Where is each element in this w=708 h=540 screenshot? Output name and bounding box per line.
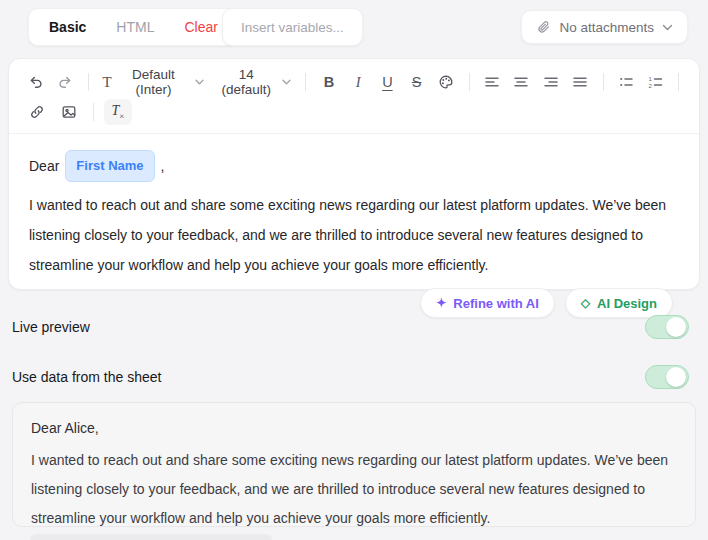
tab-basic[interactable]: Basic [49,19,86,35]
tab-clear[interactable]: Clear [184,19,217,35]
insert-variables-field[interactable]: Insert variables... [222,8,363,46]
align-justify-button[interactable] [567,69,592,95]
toolbar-divider [305,73,306,91]
align-center-icon [513,75,529,89]
bullet-list-icon [618,75,634,89]
undo-icon [28,74,44,90]
chevron-down-icon [195,79,204,85]
align-left-icon [484,75,500,89]
diamond-icon: ◇ [581,296,590,310]
preview-salutation: Dear Alice, [31,417,677,439]
strikethrough-button[interactable]: S [404,69,429,95]
bullet-list-button[interactable] [614,69,639,95]
cutoff-element [30,534,272,540]
toggle-knob [666,317,686,337]
refine-with-ai-label: Refine with AI [453,296,538,311]
font-size-select[interactable]: 14 (default) [212,69,295,95]
attachments-dropdown[interactable]: No attachments [521,10,688,44]
editor-body-text[interactable]: I wanted to reach out and share some exc… [29,190,679,280]
numbered-list-button[interactable]: 12 [643,69,668,95]
toolbar-divider [88,73,89,91]
bold-button[interactable]: B [316,69,341,95]
align-justify-icon [572,75,588,89]
toggle-knob [666,367,686,387]
preview-panel: Dear Alice, I wanted to reach out and sh… [12,402,696,527]
variable-chip-first-name[interactable]: First Name [65,150,154,182]
underline-button[interactable]: U [375,69,400,95]
svg-text:1: 1 [649,76,653,82]
link-button[interactable] [23,99,51,125]
align-center-button[interactable] [509,69,534,95]
live-preview-label: Live preview [12,319,90,335]
redo-icon [57,74,73,90]
clear-formatting-icon: T× [112,103,125,121]
paperclip-icon [536,20,551,35]
undo-button[interactable] [23,69,48,95]
email-editor-panel: T Default (Inter) 14 (default) B I U S [8,58,700,290]
salutation-suffix: , [161,154,165,178]
link-icon [29,104,45,120]
ai-design-label: AI Design [597,296,657,311]
tab-html[interactable]: HTML [116,19,154,35]
preview-body-text: I wanted to reach out and share some exc… [31,446,677,533]
redo-button[interactable] [52,69,77,95]
salutation-prefix: Dear [29,154,59,178]
editor-mode-tabs: Basic HTML Clear [28,8,239,46]
formatting-toolbar: T Default (Inter) 14 (default) B I U S [9,59,699,134]
font-family-value: Default (Inter) [118,67,189,97]
italic-button[interactable]: I [346,69,371,95]
image-icon [61,104,77,120]
toolbar-divider [469,73,470,91]
chevron-down-icon [282,79,291,85]
use-sheet-data-label: Use data from the sheet [12,369,161,385]
salutation-line: Dear First Name , [29,150,679,182]
italic-icon: I [356,74,361,91]
clear-formatting-button[interactable]: T× [104,99,132,125]
font-family-select[interactable]: T Default (Inter) [99,69,209,95]
strikethrough-icon: S [412,74,422,90]
chevron-down-icon [662,24,673,31]
toolbar-divider [678,73,679,91]
sparkle-icon: ✦ [436,296,446,310]
palette-icon [438,74,454,90]
image-button[interactable] [55,99,83,125]
editor-content[interactable]: Dear First Name , I wanted to reach out … [9,134,699,318]
live-preview-row: Live preview [12,313,689,341]
font-size-value: 14 (default) [216,67,276,97]
attachments-label: No attachments [559,20,654,35]
use-sheet-data-toggle[interactable] [645,365,689,389]
bold-icon: B [324,74,334,90]
live-preview-toggle[interactable] [645,315,689,339]
text-color-button[interactable] [433,69,458,95]
use-sheet-data-row: Use data from the sheet [12,363,689,391]
numbered-list-icon: 12 [647,75,663,89]
insert-variables-placeholder: Insert variables... [241,20,344,35]
align-right-button[interactable] [538,69,563,95]
align-left-button[interactable] [480,69,505,95]
underline-icon: U [382,74,392,90]
align-right-icon [543,75,559,89]
text-style-icon: T [103,74,112,91]
svg-text:2: 2 [649,83,653,89]
toolbar-divider [93,103,94,121]
toolbar-divider [603,73,604,91]
